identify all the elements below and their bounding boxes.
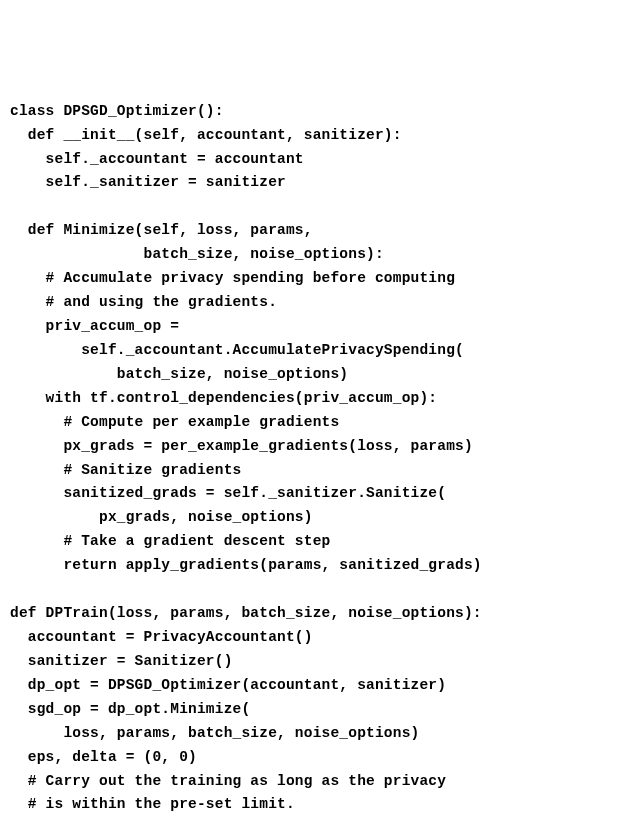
code-line: def DPTrain(loss, params, batch_size, no… [10,602,610,626]
code-line: return apply_gradients(params, sanitized… [10,554,610,578]
code-line: loss, params, batch_size, noise_options) [10,722,610,746]
code-line: dp_opt = DPSGD_Optimizer(accountant, san… [10,674,610,698]
code-line [10,578,610,602]
code-line: sgd_op = dp_opt.Minimize( [10,698,610,722]
code-line: self._sanitizer = sanitizer [10,171,610,195]
code-line: # and using the gradients. [10,291,610,315]
code-line: # Compute per example gradients [10,411,610,435]
code-line: self._accountant.AccumulatePrivacySpendi… [10,339,610,363]
code-block: class DPSGD_Optimizer(): def __init__(se… [10,100,610,818]
code-line: batch_size, noise_options): [10,243,610,267]
code-line: px_grads = per_example_gradients(loss, p… [10,435,610,459]
code-line: # Sanitize gradients [10,459,610,483]
code-line [10,195,610,219]
code-line: def __init__(self, accountant, sanitizer… [10,124,610,148]
code-line: px_grads, noise_options) [10,506,610,530]
code-line: # Carry out the training as long as the … [10,770,610,794]
code-line: with tf.control_dependencies(priv_accum_… [10,387,610,411]
code-line: # Take a gradient descent step [10,530,610,554]
code-line: accountant = PrivacyAccountant() [10,626,610,650]
code-line: # is within the pre-set limit. [10,793,610,817]
code-line: priv_accum_op = [10,315,610,339]
code-line: self._accountant = accountant [10,148,610,172]
code-line: sanitizer = Sanitizer() [10,650,610,674]
code-line: def Minimize(self, loss, params, [10,219,610,243]
code-line: # Accumulate privacy spending before com… [10,267,610,291]
code-line: class DPSGD_Optimizer(): [10,100,610,124]
code-line: batch_size, noise_options) [10,363,610,387]
code-line: eps, delta = (0, 0) [10,746,610,770]
code-line: sanitized_grads = self._sanitizer.Saniti… [10,482,610,506]
